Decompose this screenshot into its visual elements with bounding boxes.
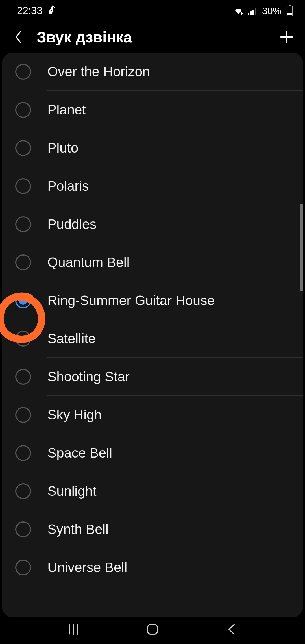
ringtone-row[interactable]: Puddles — [2, 205, 303, 243]
ringtone-label: Polaris — [47, 167, 303, 205]
ringtone-row[interactable]: Shooting Star — [2, 358, 303, 396]
ringtone-label: Satellite — [47, 319, 303, 358]
ringtone-row[interactable]: Ring-Summer Guitar House — [2, 281, 303, 319]
ringtone-label: Quantum Bell — [47, 243, 303, 281]
ringtone-label: Pluto — [47, 129, 303, 167]
radio-button[interactable] — [15, 483, 31, 499]
signal-icon — [247, 6, 258, 15]
ringtone-label: Shooting Star — [47, 358, 303, 396]
ringtone-row[interactable]: Planet — [2, 91, 303, 129]
add-button[interactable] — [280, 30, 294, 44]
radio-button[interactable] — [15, 560, 31, 575]
svg-rect-7 — [287, 13, 292, 15]
radio-button[interactable] — [15, 445, 31, 461]
ringtone-label: Synth Bell — [47, 510, 303, 548]
status-time: 22:33 — [17, 5, 42, 17]
ringtone-label: Over the Horizon — [47, 53, 303, 91]
ringtone-row[interactable]: Sky High — [2, 396, 303, 434]
ringtone-row[interactable]: Polaris — [2, 167, 303, 205]
ringtone-label: Ring-Summer Guitar House — [47, 281, 303, 319]
nav-recents-button[interactable] — [62, 621, 85, 638]
svg-point-0 — [49, 10, 52, 14]
home-icon — [146, 623, 159, 636]
ringtone-list[interactable]: Over the HorizonPlanetPlutoPolarisPuddle… — [2, 53, 303, 586]
ringtone-row[interactable]: Space Bell — [2, 434, 303, 472]
radio-button[interactable] — [15, 140, 31, 156]
radio-button[interactable] — [15, 178, 31, 194]
wifi-icon — [233, 6, 244, 15]
ringtone-row[interactable]: Universe Bell — [2, 548, 303, 586]
radio-button[interactable] — [15, 407, 31, 423]
radio-button[interactable] — [15, 64, 31, 80]
svg-rect-2 — [250, 11, 252, 15]
status-bar: 22:33 30% — [0, 0, 305, 21]
chevron-left-icon — [14, 30, 23, 44]
ringtone-row[interactable]: Sunlight — [2, 472, 303, 510]
nav-back-icon — [226, 623, 237, 636]
radio-button[interactable] — [15, 331, 31, 347]
ringtone-label: Sky High — [47, 396, 303, 434]
app-header: Звук дзвінка — [0, 21, 305, 53]
battery-percentage: 30% — [262, 5, 281, 16]
page-title: Звук дзвінка — [37, 28, 268, 46]
content-card: Over the HorizonPlanetPlutoPolarisPuddle… — [2, 53, 303, 617]
svg-rect-3 — [252, 10, 254, 15]
radio-button[interactable] — [15, 102, 31, 118]
status-left: 22:33 — [17, 5, 55, 17]
back-button[interactable] — [11, 30, 25, 44]
radio-button[interactable] — [15, 369, 31, 385]
navigation-bar — [0, 614, 305, 644]
radio-button[interactable] — [15, 293, 31, 308]
ringtone-label: Space Bell — [47, 434, 303, 472]
ringtone-row[interactable]: Over the Horizon — [2, 53, 303, 91]
radio-button[interactable] — [15, 216, 31, 232]
battery-icon — [286, 5, 294, 16]
music-note-icon — [47, 5, 55, 16]
plus-icon — [280, 30, 294, 44]
svg-rect-11 — [148, 625, 157, 634]
nav-back-button[interactable] — [220, 621, 243, 638]
nav-home-button[interactable] — [141, 621, 164, 638]
ringtone-label: Puddles — [47, 205, 303, 243]
ringtone-row[interactable]: Synth Bell — [2, 510, 303, 548]
svg-rect-4 — [255, 8, 256, 15]
status-right: 30% — [233, 5, 294, 16]
ringtone-label: Planet — [47, 91, 303, 129]
ringtone-row[interactable]: Pluto — [2, 129, 303, 167]
svg-rect-1 — [248, 13, 249, 15]
recents-icon — [67, 623, 80, 636]
ringtone-row[interactable]: Quantum Bell — [2, 243, 303, 281]
ringtone-row[interactable]: Satellite — [2, 319, 303, 358]
radio-button[interactable] — [15, 254, 31, 270]
ringtone-label: Universe Bell — [47, 548, 303, 586]
ringtone-label: Sunlight — [47, 472, 303, 510]
scrollbar-thumb[interactable] — [300, 204, 303, 291]
radio-button[interactable] — [15, 521, 31, 537]
